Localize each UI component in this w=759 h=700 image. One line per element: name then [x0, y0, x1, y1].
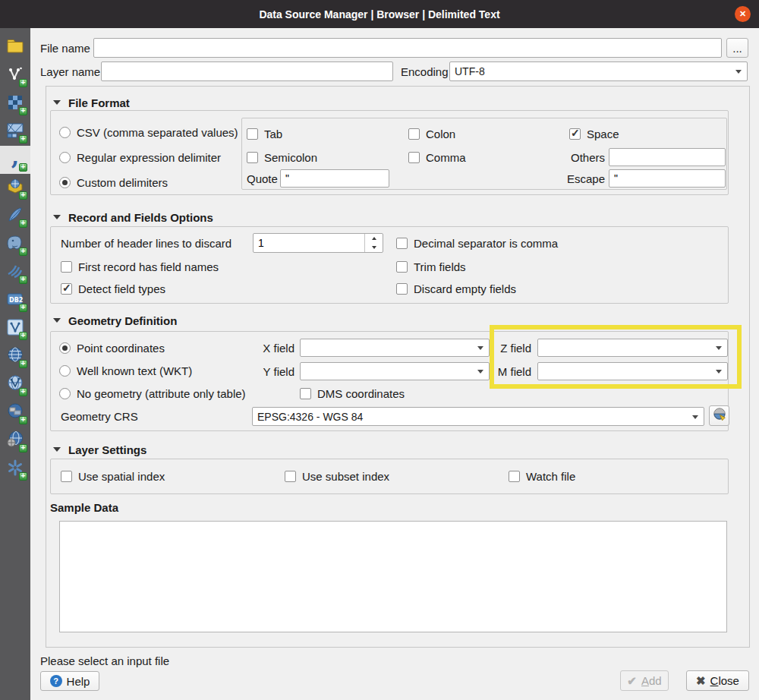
sidebar-item-geopackage[interactable]: +: [0, 174, 30, 202]
trim-fields-checkbox[interactable]: [396, 261, 408, 273]
csv-radio[interactable]: [59, 127, 71, 138]
tab-checkbox-label: Tab: [264, 128, 282, 140]
semicolon-checkbox-row[interactable]: Semicolon: [247, 147, 317, 167]
use-spatial-index-row[interactable]: Use spatial index: [61, 466, 165, 486]
file-format-header[interactable]: File Format: [53, 96, 130, 109]
layer-settings-header[interactable]: Layer Settings: [53, 443, 146, 456]
others-input[interactable]: [609, 148, 726, 166]
first-record-checkbox[interactable]: [61, 261, 72, 273]
spin-up-button[interactable]: [365, 234, 383, 243]
quote-input[interactable]: [280, 169, 389, 188]
discard-empty-fields-checkbox[interactable]: [396, 283, 408, 295]
csv-radio-row[interactable]: CSV (comma separated values): [59, 122, 238, 142]
colon-checkbox-row[interactable]: Colon: [408, 124, 455, 143]
use-spatial-index-checkbox[interactable]: [61, 471, 72, 482]
x-field-combobox[interactable]: [300, 339, 490, 357]
sidebar-item-wfs[interactable]: +: [0, 370, 30, 399]
sidebar-item-postgresql[interactable]: +: [0, 230, 30, 258]
wkt-radio[interactable]: [59, 365, 71, 377]
sidebar-item-arcgis[interactable]: +: [0, 427, 30, 455]
regex-delimiter-radio[interactable]: [59, 152, 71, 163]
collapse-triangle-icon[interactable]: [53, 215, 61, 219]
sidebar-item-wms[interactable]: +: [0, 342, 30, 370]
colon-checkbox[interactable]: [408, 128, 420, 140]
wkt-row[interactable]: Well known text (WKT): [59, 361, 192, 380]
m-field-combobox[interactable]: [537, 362, 728, 380]
dms-coordinates-label: DMS coordinates: [317, 387, 405, 400]
no-geometry-row[interactable]: No geometry (attribute only table): [59, 383, 246, 403]
custom-delimiters-radio-label: Custom delimiters: [77, 176, 168, 189]
geometry-crs-combobox[interactable]: EPSG:4326 - WGS 84: [252, 407, 704, 426]
watch-file-checkbox[interactable]: [509, 471, 520, 482]
geometry-definition-header[interactable]: Geometry Definition: [53, 314, 177, 327]
space-checkbox[interactable]: [569, 128, 581, 140]
sidebar-item-spatialite[interactable]: +: [0, 202, 30, 230]
close-icon: ✖: [696, 674, 706, 688]
sidebar-item-mesh[interactable]: +: [0, 118, 30, 146]
space-checkbox-row[interactable]: Space: [569, 124, 619, 143]
help-button[interactable]: ? Help: [40, 671, 99, 691]
sidebar-item-wcs[interactable]: +: [0, 399, 30, 427]
record-fields-title: Record and Fields Options: [68, 211, 213, 224]
z-field-label: Z field: [495, 342, 531, 355]
use-subset-index-row[interactable]: Use subset index: [285, 466, 389, 486]
title-bar[interactable]: Data Source Manager | Browser | Delimite…: [0, 0, 759, 28]
sidebar-item-db2[interactable]: DB2 +: [0, 286, 30, 314]
select-crs-button[interactable]: [709, 405, 729, 426]
detect-field-types-label: Detect field types: [78, 282, 165, 295]
discard-empty-fields-row[interactable]: Discard empty fields: [396, 279, 516, 298]
no-geometry-radio[interactable]: [59, 388, 71, 399]
collapse-triangle-icon[interactable]: [53, 100, 61, 105]
custom-delimiters-radio[interactable]: [59, 177, 71, 188]
regex-radio-row[interactable]: Regular expression delimiter: [59, 147, 221, 167]
collapse-triangle-icon[interactable]: [53, 447, 61, 452]
encoding-label: Encoding: [401, 65, 449, 78]
dms-coordinates-checkbox[interactable]: [300, 388, 311, 399]
point-coordinates-row[interactable]: Point coordinates: [59, 338, 165, 358]
dms-coordinates-row[interactable]: DMS coordinates: [300, 383, 405, 403]
comma-checkbox-label: Comma: [426, 151, 466, 164]
escape-input[interactable]: [609, 169, 726, 188]
watch-file-row[interactable]: Watch file: [509, 466, 575, 486]
comma-checkbox-row[interactable]: Comma: [408, 147, 466, 167]
spin-down-button[interactable]: [365, 243, 383, 252]
others-label: Others: [562, 151, 605, 164]
window-close-button[interactable]: ✕: [735, 6, 751, 22]
sample-data-area[interactable]: [59, 521, 727, 632]
decimal-separator-checkbox[interactable]: [396, 238, 408, 249]
record-fields-header[interactable]: Record and Fields Options: [53, 210, 213, 224]
file-name-input[interactable]: [93, 38, 722, 58]
sidebar-item-browser[interactable]: [0, 33, 30, 61]
point-coordinates-radio[interactable]: [59, 342, 71, 354]
decimal-separator-row[interactable]: Decimal separator is comma: [396, 233, 558, 253]
close-button[interactable]: ✖ Close: [686, 670, 749, 691]
tab-checkbox-row[interactable]: Tab: [247, 124, 282, 143]
add-button[interactable]: ✔ Add: [620, 670, 669, 691]
sidebar-item-virtual-layer[interactable]: +: [0, 314, 30, 342]
layer-name-input[interactable]: [101, 61, 393, 81]
header-lines-spinbox[interactable]: [253, 233, 383, 253]
sidebar-item-mssql[interactable]: +: [0, 258, 30, 286]
tab-checkbox[interactable]: [247, 128, 258, 140]
browse-file-button[interactable]: ...: [726, 38, 748, 58]
sidebar-item-delimited-text[interactable]: , +: [0, 146, 30, 174]
detect-field-types-checkbox[interactable]: [61, 283, 72, 295]
comma-checkbox[interactable]: [408, 152, 420, 163]
sidebar-item-raster[interactable]: +: [0, 90, 30, 118]
y-field-combobox[interactable]: [300, 362, 490, 380]
sidebar-item-vector-tile[interactable]: +: [0, 455, 30, 483]
collapse-triangle-icon[interactable]: [53, 318, 61, 323]
use-subset-index-label: Use subset index: [302, 470, 389, 483]
trim-fields-row[interactable]: Trim fields: [396, 257, 466, 276]
sidebar-item-vector[interactable]: +: [0, 61, 30, 90]
header-lines-input[interactable]: [254, 234, 364, 252]
custom-delimiters-radio-row[interactable]: Custom delimiters: [59, 172, 168, 192]
use-subset-index-checkbox[interactable]: [285, 471, 296, 482]
first-record-row[interactable]: First record has field names: [61, 257, 219, 276]
z-field-combobox[interactable]: [537, 339, 728, 357]
wkt-label: Well known text (WKT): [77, 364, 192, 377]
encoding-combobox[interactable]: UTF-8: [449, 61, 748, 81]
semicolon-checkbox[interactable]: [247, 152, 258, 163]
watch-file-label: Watch file: [526, 470, 575, 483]
detect-field-types-row[interactable]: Detect field types: [61, 279, 165, 298]
